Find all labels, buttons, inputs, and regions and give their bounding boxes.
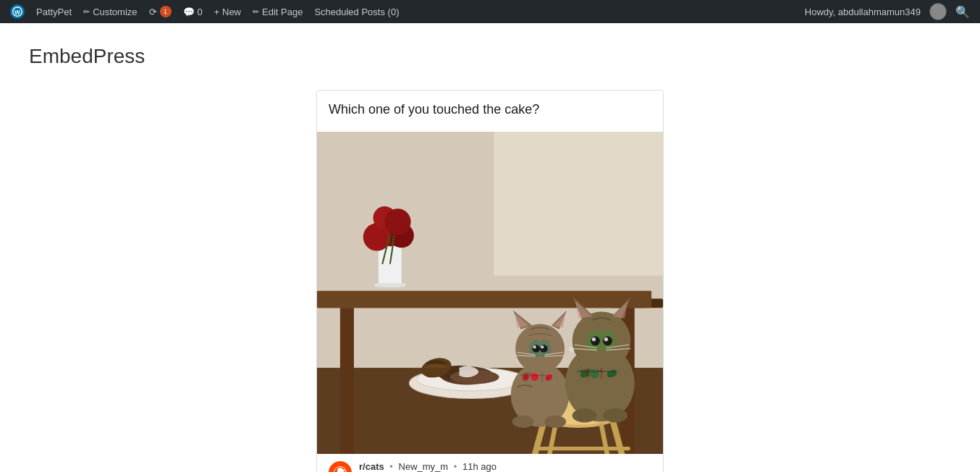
comments-count: 0 — [198, 7, 203, 17]
svg-point-28 — [384, 208, 410, 235]
embed-image — [317, 132, 663, 454]
post-time: 11h ago — [462, 461, 497, 472]
svg-point-70 — [604, 337, 608, 341]
subreddit: r/cats — [359, 461, 384, 472]
new-content-link[interactable]: + New — [208, 0, 247, 23]
reddit-icon — [329, 461, 352, 472]
svg-point-48 — [541, 345, 544, 348]
embed-header: Which one of you touched the cake? — [317, 90, 663, 132]
wp-logo-link[interactable]: W — [4, 0, 30, 23]
edit-page-link[interactable]: ✏ Edit Page — [247, 0, 308, 23]
page-content: EmbedPress Which one of you touched the … — [0, 23, 980, 472]
svg-point-67 — [591, 337, 600, 346]
site-name: PattyPet — [36, 7, 72, 17]
updates-link[interactable]: ⟳ 1 — [143, 0, 177, 23]
svg-rect-8 — [317, 291, 651, 308]
embed-footer: r/cats • New_my_m • 11h ago 801 points •… — [317, 454, 663, 472]
embed-container: Which one of you touched the cake? — [316, 90, 664, 472]
svg-rect-22 — [379, 245, 402, 287]
search-icon[interactable]: 🔍 — [950, 5, 976, 19]
meta-separator-2: • — [454, 461, 457, 472]
svg-point-80 — [603, 409, 628, 423]
svg-point-69 — [592, 337, 596, 341]
site-name-link[interactable]: PattyPet — [30, 0, 77, 23]
customize-link[interactable]: ✏ Customize — [77, 0, 143, 23]
post-meta: r/cats • New_my_m • 11h ago 801 points •… — [359, 461, 651, 472]
updates-icon: ⟳ — [149, 7, 157, 17]
svg-rect-23 — [375, 283, 405, 287]
svg-point-57 — [512, 416, 534, 428]
page-title: EmbedPress — [14, 45, 966, 68]
svg-point-47 — [533, 345, 536, 348]
comments-icon: 💬 — [183, 7, 195, 17]
howdy-text: Howdy, abdullahmamun349 — [805, 7, 921, 17]
svg-point-79 — [573, 409, 597, 423]
admin-bar: W PattyPet ✏ Customize ⟳ 1 💬 0 + New ✏ E… — [0, 0, 980, 23]
updates-count: 1 — [160, 6, 172, 17]
svg-point-68 — [603, 337, 612, 346]
edit-icon: ✏ — [253, 7, 259, 17]
svg-point-58 — [544, 416, 566, 428]
post-user: New_my_m — [399, 461, 449, 472]
svg-point-75 — [590, 369, 599, 379]
svg-rect-4 — [494, 132, 663, 276]
scheduled-posts-link[interactable]: Scheduled Posts (0) — [308, 0, 405, 23]
svg-text:W: W — [14, 9, 20, 16]
post-meta-top: r/cats • New_my_m • 11h ago — [359, 461, 651, 472]
svg-point-53 — [531, 374, 538, 382]
wp-logo-icon: W — [10, 4, 25, 19]
svg-point-45 — [532, 345, 540, 353]
embed-title: Which one of you touched the cake? — [329, 101, 651, 119]
comments-link[interactable]: 💬 0 — [177, 0, 208, 23]
customize-icon: ✏ — [83, 7, 90, 17]
svg-point-46 — [540, 345, 548, 353]
avatar — [929, 3, 947, 20]
howdy-link[interactable]: Howdy, abdullahmamun349 — [799, 0, 926, 23]
meta-separator-1: • — [389, 461, 393, 472]
svg-rect-9 — [340, 308, 354, 454]
